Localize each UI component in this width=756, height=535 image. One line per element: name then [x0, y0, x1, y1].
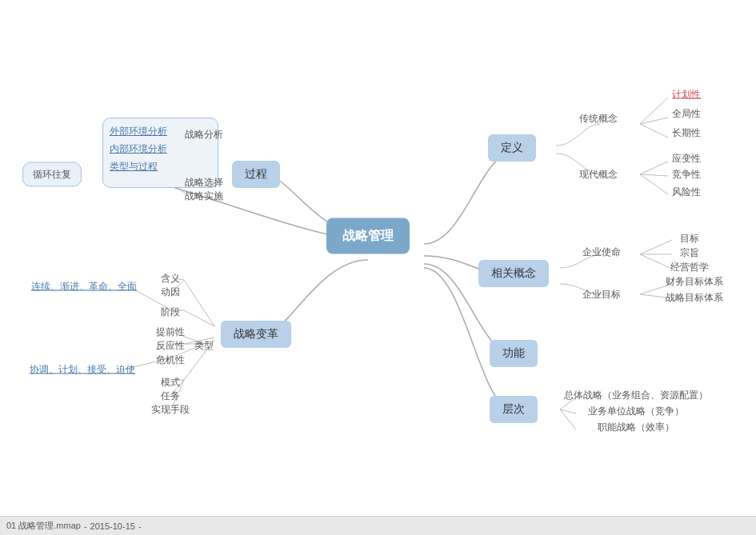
dingyi-label: 定义 [501, 141, 523, 155]
lianjun-label: 连续、渐进、革命、全面 [31, 280, 137, 293]
node-xietiao: 协调、计划、接受、迫使 [30, 363, 135, 377]
svg-line-0 [640, 98, 668, 124]
node-qiyeshiming: 企业使命 [582, 246, 621, 259]
jieduan-label: 阶段 [161, 305, 180, 319]
xiandai-label: 现代概念 [579, 168, 618, 182]
tiqianxing-label: 提前性 [156, 325, 185, 339]
node-zhinengzhanglve: 职能战略（效率） [598, 421, 674, 434]
jihuaxing-label: 计划性 [672, 88, 701, 102]
leixingyuguocheng-label: 类型与过程 [110, 160, 158, 174]
node-yewuzhanglve: 业务单位战略（竞争） [588, 405, 684, 418]
jingzhengxing-label: 竞争性 [672, 168, 701, 182]
node-zhanlvefenxi: 战略分析 [185, 128, 223, 142]
status-file: 01 战略管理.mmap [6, 520, 81, 532]
zongtizhanglve-label: 总体战略（业务组合、资源配置） [564, 389, 708, 402]
node-changqixing: 长期性 [672, 126, 701, 140]
status-bar: 01 战略管理.mmap - 2015-10-15 - [0, 516, 756, 535]
svg-line-1 [640, 118, 668, 124]
yingbianxing-label: 应变性 [672, 152, 701, 166]
node-guocheng: 过程 [232, 161, 280, 188]
node-fanyingxing: 反应性 [156, 339, 185, 353]
node-weijixing: 危机性 [156, 353, 185, 367]
node-dongyun: 动因 [161, 285, 180, 299]
renwu-label: 任务 [161, 389, 180, 403]
zhanlvexuanze-label: 战略选择 [185, 176, 223, 190]
status-date: 2015-10-15 [90, 521, 135, 531]
svg-line-12 [560, 409, 576, 413]
qiyeshiming-label: 企业使命 [582, 246, 621, 259]
node-lianjun: 连续、渐进、革命、全面 [31, 280, 137, 293]
node-chuantong: 传统概念 [579, 112, 618, 126]
hanyi-label: 含义 [161, 272, 180, 285]
node-caiwumubiao: 财务目标体系 [666, 275, 723, 289]
svg-line-13 [560, 409, 576, 429]
node-mubiao: 目标 [680, 232, 699, 246]
svg-line-2 [640, 124, 668, 138]
mubiao-label: 目标 [680, 232, 699, 246]
status-sep2: - [138, 521, 142, 531]
node-xiandai: 现代概念 [579, 168, 618, 182]
zhanlvefenxi-label: 战略分析 [185, 128, 223, 142]
node-tiqianxing: 提前性 [156, 325, 185, 339]
svg-line-4 [640, 174, 668, 176]
node-zhanlvebiang: 战略变革 [221, 321, 291, 348]
svg-line-19 [184, 310, 214, 326]
changqixing-label: 长期性 [672, 126, 701, 140]
dongyun-label: 动因 [161, 285, 180, 299]
node-moshi: 模式 [161, 376, 180, 389]
xunhuan-label: 循环往复 [33, 168, 71, 182]
node-jieduan: 阶段 [161, 305, 180, 319]
svg-line-3 [640, 162, 668, 174]
node-fengxianxing: 风险性 [672, 186, 701, 199]
node-qiyemubiao: 企业目标 [582, 288, 621, 301]
connections-svg [0, 0, 756, 516]
caiwumubiao-label: 财务目标体系 [666, 275, 723, 289]
center-label: 战略管理 [342, 228, 394, 245]
node-yingbianxing: 应变性 [672, 152, 701, 166]
status-sep: - [84, 521, 87, 531]
mind-map-canvas: 战略管理 定义 传统概念 计划性 全局性 长期性 现代概念 应变性 竞争性 风险… [0, 0, 756, 516]
node-renwu: 任务 [161, 389, 180, 403]
zhanlvebiang-label: 战略变革 [234, 327, 278, 341]
svg-line-5 [640, 174, 668, 194]
node-dingyi: 定义 [488, 134, 536, 162]
xietiao-label: 协调、计划、接受、迫使 [30, 363, 135, 377]
node-shixianshoudan: 实现手段 [151, 403, 190, 417]
guocheng-label: 过程 [245, 167, 267, 182]
node-xunhuan: 循环往复 [22, 162, 82, 187]
node-gongneng: 功能 [490, 340, 538, 367]
node-jingzhengxing: 竞争性 [672, 168, 701, 182]
xiangguan-label: 相关概念 [491, 266, 536, 281]
neibuhuanjing-label: 内部环境分析 [110, 142, 167, 156]
center-node: 战略管理 [326, 218, 410, 254]
node-zhanlveshishi: 战略实施 [185, 190, 223, 203]
zhanlvemubiao-label: 战略目标体系 [666, 291, 723, 305]
leixing-label: 类型 [194, 339, 214, 353]
node-jingying: 经营哲学 [670, 261, 709, 274]
moshi-label: 模式 [161, 376, 180, 389]
quanjuxing-label: 全局性 [672, 107, 701, 121]
node-cengci: 层次 [490, 396, 538, 423]
svg-line-18 [184, 280, 214, 326]
node-zhanlvexuanze: 战略选择 [185, 176, 223, 190]
jingying-label: 经营哲学 [670, 261, 709, 274]
weijixing-label: 危机性 [156, 353, 185, 367]
svg-line-6 [640, 240, 672, 254]
svg-line-8 [640, 254, 672, 269]
zongzhi-label: 宗旨 [680, 246, 699, 260]
chuantong-label: 传统概念 [579, 112, 618, 126]
shixianshoudan-label: 实现手段 [151, 403, 190, 417]
node-jihuaxing: 计划性 [672, 88, 701, 102]
gongneng-label: 功能 [502, 346, 525, 361]
cengci-label: 层次 [502, 402, 525, 417]
zhanlveshishi-label: 战略实施 [185, 190, 223, 203]
fengxianxing-label: 风险性 [672, 186, 701, 199]
fanyingxing-label: 反应性 [156, 339, 185, 353]
waibuhuan-label: 外部环境分析 [110, 125, 167, 138]
node-quanjuxing: 全局性 [672, 107, 701, 121]
node-xiangguan: 相关概念 [478, 260, 549, 287]
node-zongzhi: 宗旨 [680, 246, 699, 260]
node-zongtizhanglve: 总体战略（业务组合、资源配置） [564, 389, 708, 402]
yewuzhanglve-label: 业务单位战略（竞争） [588, 405, 684, 418]
qiyemubiao-label: 企业目标 [582, 288, 621, 301]
